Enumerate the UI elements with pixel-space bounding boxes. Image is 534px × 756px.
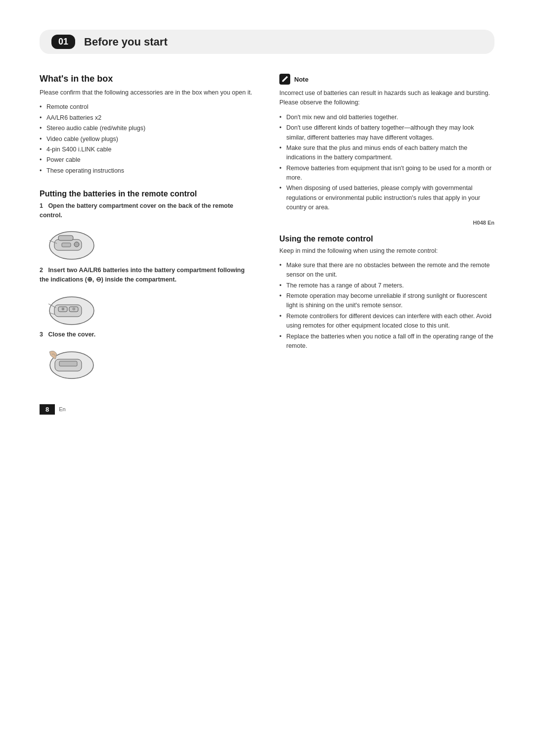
step2-label: 2 [40,267,46,274]
step2-instruction: Insert two AA/LR6 batteries into the bat… [40,267,245,283]
note-icon [279,74,290,85]
list-item: Replace the batteries when you notice a … [279,332,494,351]
part-number: H048 En [279,220,494,226]
page-number: 8 [40,404,55,415]
list-item: Stereo audio cable (red/white plugs) [40,124,255,133]
list-item: Remote control [40,102,255,112]
whats-in-box-section: What's in the box Please confirm that th… [40,74,255,176]
chapter-header: 01 Before you start [40,30,494,54]
chapter-title: Before you start [84,36,168,48]
whats-in-box-list: Remote control AA/LR6 batteries x2 Stere… [40,102,255,176]
list-item: Don't use different kinds of battery tog… [279,123,494,142]
left-column: What's in the box Please confirm that th… [40,74,255,384]
using-remote-intro: Keep in mind the following when using th… [279,246,494,256]
svg-rect-2 [58,236,73,240]
putting-batteries-section: Putting the batteries in the remote cont… [40,189,255,384]
step1-text: 1 Open the battery compartment cover on … [40,201,255,221]
list-item: Power cable [40,155,255,165]
step3-text: 3 Close the cover. [40,330,255,339]
remote-image-3 [40,344,99,383]
list-item: Video cable (yellow plugs) [40,135,255,144]
list-item: These operating instructions [40,166,255,176]
list-item: AA/LR6 batteries x2 [40,113,255,123]
list-item: Don't mix new and old batteries together… [279,113,494,122]
note-box: Note Incorrect use of batteries can resu… [279,74,494,226]
svg-point-3 [74,242,79,247]
note-label: Note [294,76,309,83]
whats-in-box-description: Please confirm that the following access… [40,88,255,97]
step1-instruction: Open the battery compartment cover on th… [40,202,233,219]
pencil-icon [281,76,288,83]
chapter-number: 01 [51,35,75,49]
using-remote-section: Using the remote control Keep in mind th… [279,235,494,351]
svg-text:⊖: ⊖ [72,307,76,311]
note-intro: Incorrect use of batteries can result in… [279,89,494,108]
putting-batteries-title: Putting the batteries in the remote cont… [40,189,255,198]
main-content: What's in the box Please confirm that th… [40,74,494,384]
remote-image-1 [40,226,99,264]
step1-label: 1 [40,202,46,209]
list-item: Make sure that there are no obstacles be… [279,261,494,280]
list-item: Remove batteries from equipment that isn… [279,164,494,183]
page-lang: En [59,406,65,412]
list-item: The remote has a range of about 7 meters… [279,281,494,290]
list-item: Make sure that the plus and minus ends o… [279,143,494,163]
note-list: Don't mix new and old batteries together… [279,113,494,213]
page-footer: 8 En [40,404,494,415]
list-item: Remote operation may become unreliable i… [279,291,494,311]
step3-instruction: Close the cover. [48,331,95,338]
right-column: Note Incorrect use of batteries can resu… [279,74,494,384]
svg-rect-16 [59,361,77,366]
list-item: 4-pin S400 i.LINK cable [40,145,255,154]
whats-in-box-title: What's in the box [40,74,255,84]
svg-text:⊕: ⊕ [61,307,65,311]
svg-rect-4 [62,243,71,247]
step3-label: 3 [40,331,46,338]
note-header: Note [279,74,494,85]
list-item: Remote controllers for different devices… [279,312,494,331]
step2-text: 2 Insert two AA/LR6 batteries into the b… [40,266,255,285]
remote-image-2: ⊕ ⊖ [40,290,99,329]
using-remote-title: Using the remote control [279,235,494,243]
using-remote-list: Make sure that there are no obstacles be… [279,261,494,351]
list-item: When disposing of used batteries, please… [279,184,494,212]
